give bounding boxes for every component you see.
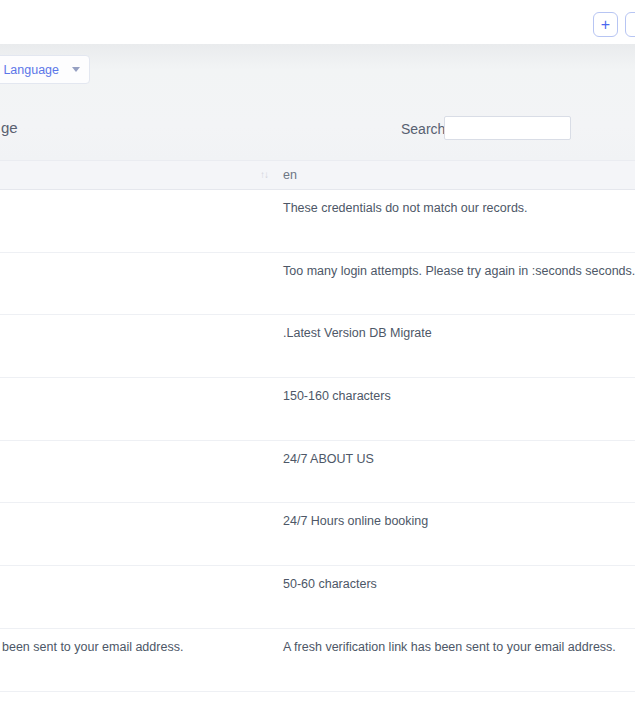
en-cell[interactable]: 150-160 characters [283, 389, 391, 403]
sort-icon[interactable]: ↑↓ [260, 169, 268, 180]
partial-edge-button[interactable] [625, 12, 635, 37]
key-cell[interactable]: been sent to your email address. [2, 640, 183, 654]
translations-page: + ete Language ge Search ↑↓ en These cre… [0, 0, 635, 705]
search-input[interactable] [444, 116, 571, 140]
table-row[interactable]: 24/7 Hours online booking [0, 503, 635, 566]
table-row[interactable]: 24/7 ABOUT US [0, 441, 635, 504]
table-row[interactable]: been sent to your email address. A fresh… [0, 629, 635, 692]
caret-down-icon [72, 67, 80, 72]
en-cell[interactable]: 24/7 Hours online booking [283, 514, 428, 528]
en-cell[interactable]: 50-60 characters [283, 577, 377, 591]
table-row[interactable]: Too many login attempts. Please try agai… [0, 253, 635, 316]
delete-language-dropdown[interactable]: ete Language [0, 55, 90, 84]
table-row[interactable]: .Latest Version DB Migrate [0, 315, 635, 378]
en-cell[interactable]: These credentials do not match our recor… [283, 201, 528, 215]
en-cell[interactable]: .Latest Version DB Migrate [283, 326, 432, 340]
table-row[interactable]: 50-60 characters [0, 566, 635, 629]
search-label: Search [401, 121, 445, 137]
column-header-en[interactable]: en [283, 168, 297, 182]
en-cell[interactable]: A fresh verification link has been sent … [283, 640, 616, 654]
delete-language-label: ete Language [0, 63, 59, 77]
plus-icon: + [601, 16, 610, 33]
table-header: ↑↓ en [0, 160, 635, 190]
toolbar: ete Language ge Search [0, 44, 635, 160]
top-header: + [0, 0, 635, 44]
table-row[interactable]: 150-160 characters [0, 378, 635, 441]
en-cell[interactable]: 24/7 ABOUT US [283, 452, 374, 466]
page-title-partial: ge [1, 119, 18, 136]
table-row[interactable]: These credentials do not match our recor… [0, 190, 635, 253]
add-language-button[interactable]: + [593, 12, 618, 37]
table-body: These credentials do not match our recor… [0, 190, 635, 705]
en-cell[interactable]: Too many login attempts. Please try agai… [283, 264, 635, 278]
